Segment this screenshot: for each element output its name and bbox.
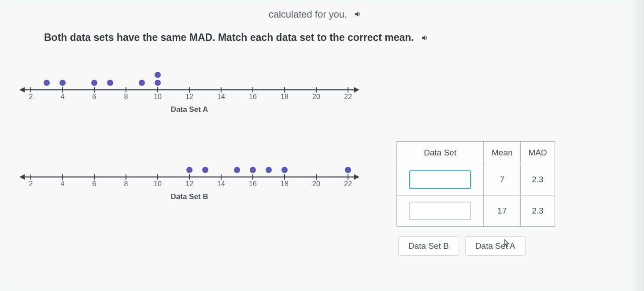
axis-tick-label: 8: [124, 93, 128, 101]
axis-tick-label: 12: [185, 180, 193, 188]
instruction-text: Both data sets have the same MAD. Match …: [44, 32, 414, 43]
axis-tick-label: 22: [344, 180, 352, 188]
header-mad: MAD: [521, 141, 555, 164]
data-dot: [266, 167, 272, 173]
speaker-icon[interactable]: [420, 33, 429, 44]
axis-tick-label: 2: [29, 93, 33, 101]
dot-plot-b: 246810121416182022 Data Set B: [18, 149, 379, 201]
data-set-label: Data Set B: [18, 192, 361, 201]
data-dot: [155, 72, 161, 78]
axis-tick-label: 4: [61, 93, 65, 101]
speaker-icon[interactable]: [353, 9, 362, 21]
mad-cell: 2.3: [521, 164, 555, 195]
page-shade: [632, 0, 644, 291]
data-dot: [234, 167, 240, 173]
drop-target-row2[interactable]: [409, 202, 471, 220]
instruction-line: Both data sets have the same MAD. Match …: [44, 32, 613, 44]
axis-tick-label: 10: [154, 93, 162, 101]
axis-tick-label: 6: [93, 180, 96, 188]
axis-tick-label: 16: [249, 180, 257, 188]
numberline-a: 246810121416182022: [18, 62, 361, 102]
data-dot: [139, 80, 145, 86]
drag-tile-dataset-b[interactable]: Data Set B: [398, 236, 459, 256]
data-dot: [345, 167, 351, 173]
drag-tile-dataset-a[interactable]: Data Set A: [465, 236, 526, 256]
table-row: 17 2.3: [397, 195, 555, 226]
axis-tick-label: 12: [185, 93, 193, 101]
table-row: 7 2.3: [397, 164, 555, 195]
prior-instruction-fragment: calculated for you.: [18, 9, 613, 21]
header-mean: Mean: [484, 141, 521, 164]
axis-tick-label: 22: [344, 93, 352, 101]
data-dot: [186, 167, 192, 173]
data-dot: [250, 167, 256, 173]
axis-tick-label: 10: [154, 180, 162, 188]
axis-tick-label: 8: [124, 180, 128, 188]
axis-tick-label: 20: [312, 180, 320, 188]
data-dot: [91, 80, 97, 86]
axis-tick-label: 16: [249, 93, 257, 101]
dot-plot-a: 246810121416182022 Data Set A: [18, 62, 379, 114]
data-dot: [155, 80, 161, 86]
table-header-row: Data Set Mean MAD: [397, 141, 555, 164]
data-dot: [107, 80, 113, 86]
numberline-b: 246810121416182022: [18, 149, 361, 189]
prior-text: calculated for you.: [269, 9, 348, 20]
data-dot: [59, 80, 66, 86]
data-set-label: Data Set A: [18, 105, 361, 114]
axis-tick-label: 6: [93, 93, 96, 101]
axis-tick-label: 20: [312, 93, 320, 101]
drag-tiles-row: Data Set B Data Set A: [398, 236, 559, 256]
data-dot: [44, 80, 50, 86]
axis-tick-label: 14: [217, 180, 225, 188]
axis-tick-label: 2: [29, 180, 33, 188]
axis-tick-label: 18: [281, 93, 289, 101]
header-dataset: Data Set: [397, 141, 484, 164]
answer-area: Data Set Mean MAD 7 2.3 17 2.3: [396, 141, 559, 256]
axis-tick-label: 18: [281, 180, 289, 188]
mean-mad-table: Data Set Mean MAD 7 2.3 17 2.3: [396, 141, 555, 227]
data-dot: [281, 167, 288, 173]
data-dot: [202, 167, 208, 173]
mad-cell: 2.3: [521, 195, 555, 226]
mean-cell: 7: [484, 164, 521, 195]
axis-tick-label: 14: [217, 93, 225, 101]
axis-tick-label: 4: [61, 180, 65, 188]
dot-plots-column: 246810121416182022 Data Set A 2468101214…: [18, 62, 379, 206]
mean-cell: 17: [484, 195, 521, 226]
drop-target-row1[interactable]: [409, 170, 471, 189]
